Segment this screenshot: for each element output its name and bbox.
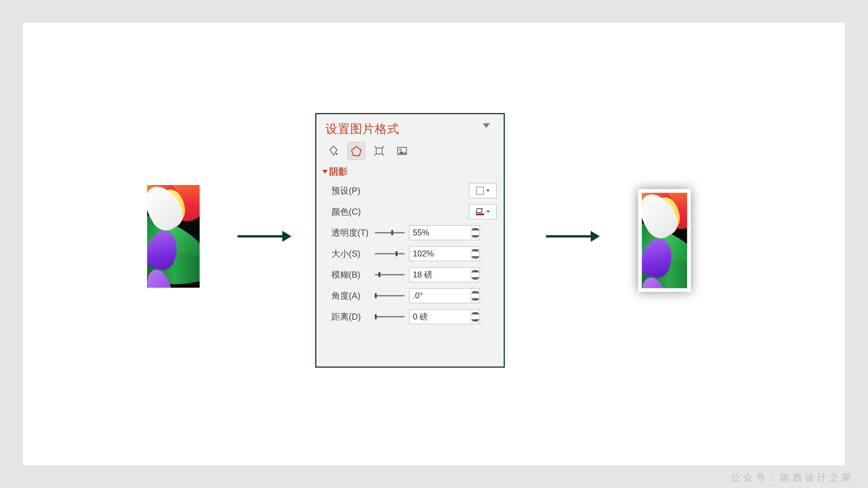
spin-up[interactable]: [471, 268, 479, 275]
svg-line-5: [374, 154, 376, 156]
section-label: 阴影: [329, 165, 347, 178]
svg-line-3: [374, 146, 376, 148]
label-blur: 模糊(B): [332, 269, 375, 281]
svg-marker-1: [351, 147, 361, 156]
spin-down[interactable]: [471, 233, 479, 240]
image-after: [638, 189, 691, 292]
angle-value: .0°: [409, 291, 471, 300]
spin-up[interactable]: [471, 247, 479, 254]
spin-down[interactable]: [471, 275, 479, 282]
row-size: 大小(S) 102%: [316, 243, 504, 264]
spin-down[interactable]: [471, 254, 479, 261]
svg-line-6: [382, 154, 384, 156]
label-preset: 预设(P): [332, 185, 375, 197]
svg-line-4: [382, 146, 384, 148]
arrow-icon: [238, 235, 283, 237]
label-angle: 角度(A): [332, 290, 375, 302]
panel-menu-icon[interactable]: [483, 123, 490, 128]
size-value: 102%: [409, 249, 471, 259]
preset-dropdown[interactable]: [469, 183, 497, 198]
tab-size-properties[interactable]: [370, 142, 388, 160]
preset-thumb-icon: [476, 187, 484, 195]
tab-effects[interactable]: [347, 142, 365, 160]
tab-fill-line[interactable]: [324, 142, 342, 160]
row-color: 颜色(C): [316, 201, 504, 222]
transparency-slider[interactable]: [375, 232, 405, 233]
label-distance: 距离(D): [332, 311, 375, 323]
panel-tabs: [316, 142, 504, 165]
blur-slider[interactable]: [375, 274, 405, 275]
transparency-spinner[interactable]: 55%: [409, 225, 480, 240]
color-dropdown[interactable]: [469, 204, 497, 219]
chevron-down-icon: [486, 190, 490, 192]
spin-down[interactable]: [471, 317, 479, 324]
spin-up[interactable]: [471, 310, 479, 317]
format-picture-panel: 设置图片格式 阴影 预设(P): [315, 113, 505, 368]
blur-spinner[interactable]: 18 磅: [409, 267, 480, 282]
spin-down[interactable]: [471, 296, 479, 303]
tab-picture[interactable]: [393, 142, 411, 160]
angle-spinner[interactable]: .0°: [409, 288, 480, 303]
svg-point-0: [336, 153, 337, 155]
spin-up[interactable]: [471, 226, 479, 233]
collapse-triangle-icon: [322, 170, 328, 173]
watermark-text: 公众号：陈西设计之家: [731, 471, 854, 484]
chevron-down-icon: [486, 210, 490, 213]
label-transparency: 透明度(T): [332, 227, 375, 239]
size-slider[interactable]: [375, 253, 405, 254]
panel-title: 设置图片格式: [316, 114, 504, 142]
row-angle: 角度(A) .0°: [316, 285, 504, 306]
row-transparency: 透明度(T) 55%: [316, 222, 504, 243]
distance-spinner[interactable]: 0 磅: [409, 309, 480, 324]
transparency-value: 55%: [409, 228, 471, 237]
row-distance: 距离(D) 0 磅: [316, 306, 504, 327]
angle-slider[interactable]: [375, 295, 405, 296]
section-shadow-header[interactable]: 阴影: [316, 165, 504, 180]
svg-point-8: [399, 149, 401, 151]
arrow-icon: [546, 235, 592, 237]
blur-value: 18 磅: [409, 269, 471, 281]
image-before: [147, 185, 199, 288]
spin-up[interactable]: [471, 289, 479, 296]
label-size: 大小(S): [332, 248, 375, 260]
label-color: 颜色(C): [332, 206, 375, 218]
size-spinner[interactable]: 102%: [409, 246, 480, 261]
svg-rect-2: [376, 148, 382, 154]
distance-value: 0 磅: [409, 311, 471, 322]
slide-canvas: 设置图片格式 阴影 预设(P): [23, 23, 845, 465]
distance-slider[interactable]: [375, 316, 405, 317]
fill-color-icon: [476, 208, 484, 215]
row-blur: 模糊(B) 18 磅: [316, 264, 504, 285]
row-preset: 预设(P): [316, 180, 504, 201]
